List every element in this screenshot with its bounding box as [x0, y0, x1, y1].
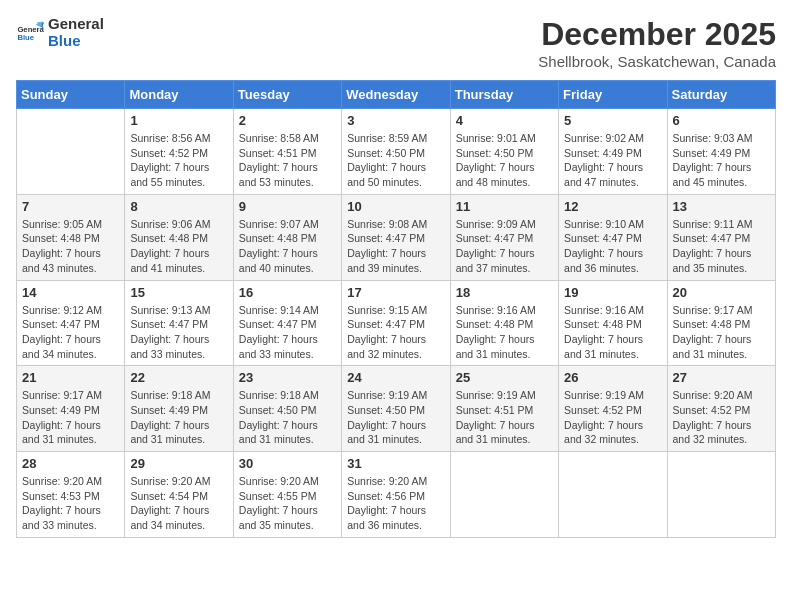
calendar-cell: [667, 452, 775, 538]
calendar-cell: 4Sunrise: 9:01 AMSunset: 4:50 PMDaylight…: [450, 109, 558, 195]
day-info: Sunrise: 9:19 AMSunset: 4:50 PMDaylight:…: [347, 388, 444, 447]
day-number: 23: [239, 370, 336, 385]
calendar-cell: 21Sunrise: 9:17 AMSunset: 4:49 PMDayligh…: [17, 366, 125, 452]
day-number: 27: [673, 370, 770, 385]
calendar-cell: 10Sunrise: 9:08 AMSunset: 4:47 PMDayligh…: [342, 194, 450, 280]
calendar-cell: 6Sunrise: 9:03 AMSunset: 4:49 PMDaylight…: [667, 109, 775, 195]
calendar-cell: 1Sunrise: 8:56 AMSunset: 4:52 PMDaylight…: [125, 109, 233, 195]
day-number: 30: [239, 456, 336, 471]
calendar-cell: 24Sunrise: 9:19 AMSunset: 4:50 PMDayligh…: [342, 366, 450, 452]
calendar-cell: 12Sunrise: 9:10 AMSunset: 4:47 PMDayligh…: [559, 194, 667, 280]
weekday-header-monday: Monday: [125, 81, 233, 109]
calendar-cell: 23Sunrise: 9:18 AMSunset: 4:50 PMDayligh…: [233, 366, 341, 452]
calendar-cell: 5Sunrise: 9:02 AMSunset: 4:49 PMDaylight…: [559, 109, 667, 195]
calendar-cell: 17Sunrise: 9:15 AMSunset: 4:47 PMDayligh…: [342, 280, 450, 366]
page-header: General Blue General Blue December 2025 …: [16, 16, 776, 70]
day-info: Sunrise: 9:17 AMSunset: 4:49 PMDaylight:…: [22, 388, 119, 447]
day-info: Sunrise: 9:16 AMSunset: 4:48 PMDaylight:…: [456, 303, 553, 362]
weekday-header-friday: Friday: [559, 81, 667, 109]
day-info: Sunrise: 8:59 AMSunset: 4:50 PMDaylight:…: [347, 131, 444, 190]
day-info: Sunrise: 8:56 AMSunset: 4:52 PMDaylight:…: [130, 131, 227, 190]
calendar-cell: 30Sunrise: 9:20 AMSunset: 4:55 PMDayligh…: [233, 452, 341, 538]
calendar-cell: 29Sunrise: 9:20 AMSunset: 4:54 PMDayligh…: [125, 452, 233, 538]
day-info: Sunrise: 9:09 AMSunset: 4:47 PMDaylight:…: [456, 217, 553, 276]
day-number: 9: [239, 199, 336, 214]
day-number: 22: [130, 370, 227, 385]
day-info: Sunrise: 9:03 AMSunset: 4:49 PMDaylight:…: [673, 131, 770, 190]
day-number: 31: [347, 456, 444, 471]
day-info: Sunrise: 9:14 AMSunset: 4:47 PMDaylight:…: [239, 303, 336, 362]
calendar-cell: 3Sunrise: 8:59 AMSunset: 4:50 PMDaylight…: [342, 109, 450, 195]
title-block: December 2025 Shellbrook, Saskatchewan, …: [538, 16, 776, 70]
day-info: Sunrise: 9:18 AMSunset: 4:49 PMDaylight:…: [130, 388, 227, 447]
weekday-header-sunday: Sunday: [17, 81, 125, 109]
weekday-header-thursday: Thursday: [450, 81, 558, 109]
day-info: Sunrise: 9:01 AMSunset: 4:50 PMDaylight:…: [456, 131, 553, 190]
weekday-header-wednesday: Wednesday: [342, 81, 450, 109]
calendar-cell: 31Sunrise: 9:20 AMSunset: 4:56 PMDayligh…: [342, 452, 450, 538]
day-info: Sunrise: 9:20 AMSunset: 4:52 PMDaylight:…: [673, 388, 770, 447]
calendar-cell: 26Sunrise: 9:19 AMSunset: 4:52 PMDayligh…: [559, 366, 667, 452]
calendar-cell: 27Sunrise: 9:20 AMSunset: 4:52 PMDayligh…: [667, 366, 775, 452]
calendar-cell: [17, 109, 125, 195]
calendar-cell: 15Sunrise: 9:13 AMSunset: 4:47 PMDayligh…: [125, 280, 233, 366]
day-number: 4: [456, 113, 553, 128]
day-info: Sunrise: 9:20 AMSunset: 4:54 PMDaylight:…: [130, 474, 227, 533]
day-number: 29: [130, 456, 227, 471]
day-info: Sunrise: 9:19 AMSunset: 4:52 PMDaylight:…: [564, 388, 661, 447]
day-info: Sunrise: 9:12 AMSunset: 4:47 PMDaylight:…: [22, 303, 119, 362]
weekday-header-saturday: Saturday: [667, 81, 775, 109]
logo: General Blue General Blue: [16, 16, 104, 49]
calendar-cell: 19Sunrise: 9:16 AMSunset: 4:48 PMDayligh…: [559, 280, 667, 366]
day-number: 3: [347, 113, 444, 128]
day-number: 5: [564, 113, 661, 128]
day-number: 24: [347, 370, 444, 385]
day-number: 17: [347, 285, 444, 300]
svg-text:Blue: Blue: [17, 33, 34, 42]
day-number: 6: [673, 113, 770, 128]
day-info: Sunrise: 9:07 AMSunset: 4:48 PMDaylight:…: [239, 217, 336, 276]
calendar-cell: [450, 452, 558, 538]
day-info: Sunrise: 8:58 AMSunset: 4:51 PMDaylight:…: [239, 131, 336, 190]
calendar-cell: 2Sunrise: 8:58 AMSunset: 4:51 PMDaylight…: [233, 109, 341, 195]
calendar-week-row: 21Sunrise: 9:17 AMSunset: 4:49 PMDayligh…: [17, 366, 776, 452]
location-subtitle: Shellbrook, Saskatchewan, Canada: [538, 53, 776, 70]
calendar-cell: 22Sunrise: 9:18 AMSunset: 4:49 PMDayligh…: [125, 366, 233, 452]
day-number: 28: [22, 456, 119, 471]
day-number: 7: [22, 199, 119, 214]
day-info: Sunrise: 9:05 AMSunset: 4:48 PMDaylight:…: [22, 217, 119, 276]
day-number: 13: [673, 199, 770, 214]
day-info: Sunrise: 9:06 AMSunset: 4:48 PMDaylight:…: [130, 217, 227, 276]
calendar-cell: [559, 452, 667, 538]
day-number: 16: [239, 285, 336, 300]
day-info: Sunrise: 9:19 AMSunset: 4:51 PMDaylight:…: [456, 388, 553, 447]
day-info: Sunrise: 9:15 AMSunset: 4:47 PMDaylight:…: [347, 303, 444, 362]
calendar-cell: 11Sunrise: 9:09 AMSunset: 4:47 PMDayligh…: [450, 194, 558, 280]
day-number: 20: [673, 285, 770, 300]
calendar-week-row: 1Sunrise: 8:56 AMSunset: 4:52 PMDaylight…: [17, 109, 776, 195]
day-number: 15: [130, 285, 227, 300]
day-number: 18: [456, 285, 553, 300]
day-info: Sunrise: 9:02 AMSunset: 4:49 PMDaylight:…: [564, 131, 661, 190]
calendar-cell: 9Sunrise: 9:07 AMSunset: 4:48 PMDaylight…: [233, 194, 341, 280]
day-number: 8: [130, 199, 227, 214]
calendar-week-row: 14Sunrise: 9:12 AMSunset: 4:47 PMDayligh…: [17, 280, 776, 366]
calendar-cell: 7Sunrise: 9:05 AMSunset: 4:48 PMDaylight…: [17, 194, 125, 280]
day-number: 12: [564, 199, 661, 214]
day-number: 26: [564, 370, 661, 385]
day-number: 10: [347, 199, 444, 214]
calendar-cell: 14Sunrise: 9:12 AMSunset: 4:47 PMDayligh…: [17, 280, 125, 366]
calendar-cell: 18Sunrise: 9:16 AMSunset: 4:48 PMDayligh…: [450, 280, 558, 366]
day-info: Sunrise: 9:20 AMSunset: 4:55 PMDaylight:…: [239, 474, 336, 533]
day-info: Sunrise: 9:18 AMSunset: 4:50 PMDaylight:…: [239, 388, 336, 447]
calendar-week-row: 7Sunrise: 9:05 AMSunset: 4:48 PMDaylight…: [17, 194, 776, 280]
day-info: Sunrise: 9:20 AMSunset: 4:56 PMDaylight:…: [347, 474, 444, 533]
day-number: 25: [456, 370, 553, 385]
day-info: Sunrise: 9:17 AMSunset: 4:48 PMDaylight:…: [673, 303, 770, 362]
calendar-cell: 20Sunrise: 9:17 AMSunset: 4:48 PMDayligh…: [667, 280, 775, 366]
weekday-header-row: SundayMondayTuesdayWednesdayThursdayFrid…: [17, 81, 776, 109]
day-info: Sunrise: 9:20 AMSunset: 4:53 PMDaylight:…: [22, 474, 119, 533]
calendar-table: SundayMondayTuesdayWednesdayThursdayFrid…: [16, 80, 776, 538]
calendar-cell: 28Sunrise: 9:20 AMSunset: 4:53 PMDayligh…: [17, 452, 125, 538]
day-number: 2: [239, 113, 336, 128]
